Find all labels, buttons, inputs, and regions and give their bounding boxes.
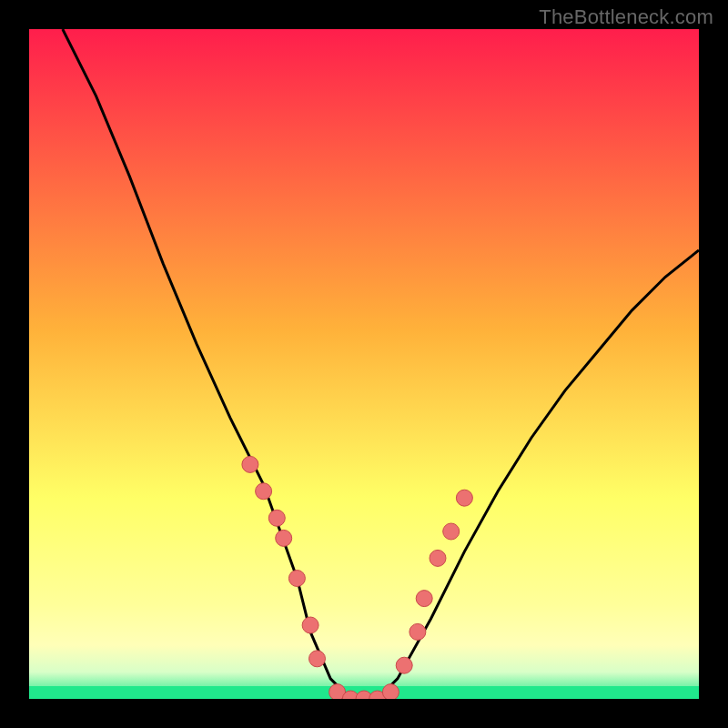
plot-area [29, 29, 699, 699]
marker-point [276, 530, 292, 546]
marker-point [382, 684, 399, 699]
marker-point [268, 510, 285, 526]
marker-point [410, 623, 426, 640]
marker-point [256, 483, 272, 500]
gradient-background [29, 29, 699, 699]
marker-point [309, 651, 326, 667]
marker-point [443, 523, 460, 540]
watermark-text: TheBottleneck.com [539, 5, 713, 29]
marker-point [302, 617, 318, 633]
marker-point [430, 550, 446, 566]
marker-point [456, 490, 472, 506]
marker-point [416, 591, 432, 607]
marker-point [288, 571, 305, 587]
chart-svg [29, 29, 699, 699]
marker-point [242, 456, 258, 472]
marker-point [396, 657, 412, 673]
chart-frame: TheBottleneck.com [0, 0, 728, 728]
